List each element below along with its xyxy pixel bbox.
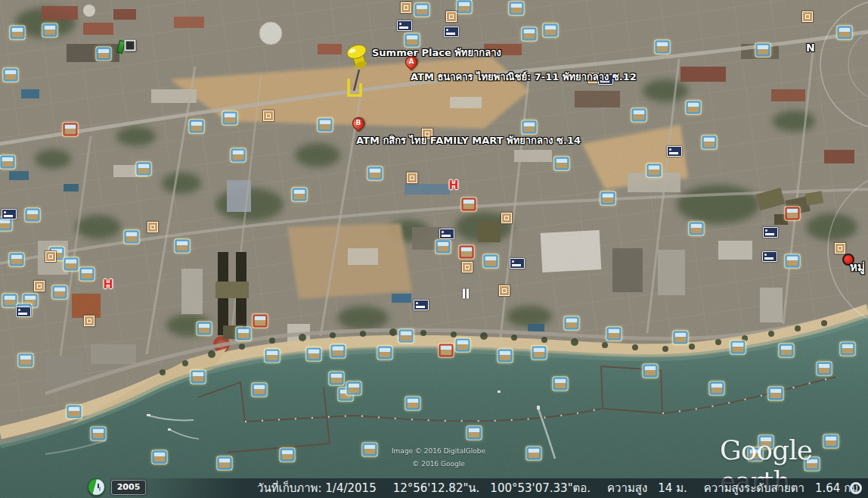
photo-icon[interactable] bbox=[53, 286, 67, 299]
photo-icon[interactable] bbox=[415, 4, 429, 17]
lodging-icon[interactable] bbox=[45, 251, 56, 262]
lodging-icon[interactable] bbox=[263, 110, 274, 121]
photo-icon[interactable] bbox=[80, 268, 95, 281]
photo-icon[interactable] bbox=[456, 339, 470, 352]
bed-icon[interactable] bbox=[397, 20, 412, 31]
photo-icon[interactable] bbox=[231, 149, 246, 162]
bed-icon[interactable] bbox=[16, 307, 31, 317]
photo-icon[interactable] bbox=[97, 48, 111, 61]
photo-icon[interactable] bbox=[347, 382, 361, 395]
photo-icon[interactable] bbox=[484, 255, 498, 268]
photo-icon[interactable] bbox=[125, 231, 139, 244]
photo-icon[interactable] bbox=[565, 317, 579, 330]
photo-icon[interactable] bbox=[690, 223, 704, 235]
photo-icon[interactable] bbox=[281, 449, 295, 462]
photo-icon[interactable] bbox=[237, 328, 251, 341]
photo-icon[interactable] bbox=[331, 345, 346, 358]
photo-icon[interactable] bbox=[522, 28, 537, 41]
photo-icon[interactable] bbox=[687, 101, 701, 114]
restaurant-icon[interactable] bbox=[461, 288, 469, 300]
hospital-icon[interactable]: H bbox=[448, 179, 458, 191]
photo-icon[interactable] bbox=[632, 109, 646, 122]
photo-icon[interactable] bbox=[731, 341, 746, 354]
photo-icon[interactable] bbox=[26, 209, 40, 222]
bed-icon[interactable] bbox=[510, 258, 525, 269]
bed-icon[interactable] bbox=[2, 209, 17, 219]
photo-icon[interactable] bbox=[647, 164, 662, 177]
photo-icon[interactable] bbox=[197, 322, 212, 335]
photo-icon[interactable] bbox=[175, 240, 190, 253]
bed-icon[interactable] bbox=[763, 227, 778, 238]
photo-icon[interactable] bbox=[91, 428, 106, 440]
photo-icon[interactable] bbox=[137, 163, 151, 176]
photo-icon[interactable] bbox=[190, 120, 204, 133]
photo-icon[interactable] bbox=[643, 365, 658, 378]
photo-red-icon[interactable] bbox=[64, 123, 78, 136]
compass-north-label[interactable]: N bbox=[806, 42, 815, 54]
photo-icon[interactable] bbox=[293, 188, 307, 201]
bed-icon[interactable] bbox=[762, 251, 777, 262]
lodging-icon[interactable] bbox=[501, 213, 512, 223]
bed-icon[interactable] bbox=[414, 300, 429, 310]
photo-icon[interactable] bbox=[4, 69, 18, 82]
photo-icon[interactable] bbox=[527, 447, 541, 460]
lodging-icon[interactable] bbox=[462, 262, 473, 272]
photo-icon[interactable] bbox=[544, 24, 558, 37]
photo-icon[interactable] bbox=[607, 328, 622, 341]
bed-icon[interactable] bbox=[444, 26, 459, 37]
photo-red-icon[interactable] bbox=[460, 246, 474, 259]
photo-red-icon[interactable] bbox=[439, 344, 454, 357]
google-earth-viewport[interactable]: HH Summer Place พัทยากลาง A ATM ธนาคาร ไ… bbox=[0, 0, 868, 498]
photo-icon[interactable] bbox=[318, 119, 333, 132]
photo-icon[interactable] bbox=[498, 350, 513, 363]
photo-red-icon[interactable] bbox=[253, 315, 268, 328]
photo-icon[interactable] bbox=[710, 382, 724, 395]
photo-icon[interactable] bbox=[817, 363, 832, 375]
photo-icon[interactable] bbox=[330, 372, 344, 385]
photo-icon[interactable] bbox=[253, 384, 267, 397]
photo-icon[interactable] bbox=[64, 258, 79, 271]
photo-icon[interactable] bbox=[436, 241, 451, 254]
photo-icon[interactable] bbox=[368, 167, 383, 180]
photo-icon[interactable] bbox=[406, 397, 420, 410]
photo-icon[interactable] bbox=[223, 112, 237, 125]
lodging-icon[interactable] bbox=[401, 2, 411, 13]
search-result-marker-b[interactable]: B bbox=[352, 117, 364, 132]
placemark-label-atm-b[interactable]: ATM กสิกร ไทย FAMILY MART พัทยากลาง ซ.14 bbox=[356, 132, 581, 148]
photo-icon[interactable] bbox=[769, 388, 783, 400]
photo-icon[interactable] bbox=[510, 2, 524, 15]
photo-icon[interactable] bbox=[307, 348, 321, 361]
pushpin-marker[interactable] bbox=[340, 42, 377, 101]
photo-icon[interactable] bbox=[674, 331, 688, 344]
photo-icon[interactable] bbox=[841, 343, 855, 356]
photo-icon[interactable] bbox=[457, 1, 472, 14]
lodging-icon[interactable] bbox=[802, 11, 813, 22]
lodging-icon[interactable] bbox=[34, 281, 45, 291]
photo-icon[interactable] bbox=[378, 347, 392, 359]
photo-icon[interactable] bbox=[467, 427, 482, 440]
photo-icon[interactable] bbox=[601, 192, 615, 205]
photo-icon[interactable] bbox=[838, 26, 852, 39]
photo-icon[interactable] bbox=[43, 24, 57, 37]
lodging-icon[interactable] bbox=[147, 222, 158, 232]
photo-icon[interactable] bbox=[0, 218, 12, 231]
bed-icon[interactable] bbox=[667, 146, 682, 157]
photo-icon[interactable] bbox=[656, 41, 670, 54]
photo-icon[interactable] bbox=[265, 350, 280, 363]
placemark-label-summer-place[interactable]: Summer Place พัทยากลาง bbox=[372, 45, 501, 61]
photo-icon[interactable] bbox=[67, 406, 82, 419]
photo-icon[interactable] bbox=[553, 378, 568, 391]
dark-icon[interactable] bbox=[125, 40, 136, 51]
bed-icon[interactable] bbox=[439, 229, 454, 239]
photo-icon[interactable] bbox=[191, 371, 206, 384]
placemark-label-atm-a[interactable]: ATM ธนาคาร ไทยพาณิชย์: 7-11 พัทยากลาง ซ.… bbox=[411, 69, 637, 85]
photo-icon[interactable] bbox=[780, 344, 794, 357]
photo-icon[interactable] bbox=[532, 347, 547, 359]
lodging-icon[interactable] bbox=[499, 285, 510, 296]
photo-icon[interactable] bbox=[1, 156, 15, 169]
placemark-label-edge-partial[interactable]: หมู่ bbox=[850, 258, 865, 276]
photo-icon[interactable] bbox=[756, 44, 770, 57]
photo-icon[interactable] bbox=[153, 451, 167, 464]
lodging-icon[interactable] bbox=[835, 243, 845, 254]
photo-icon[interactable] bbox=[10, 254, 24, 266]
